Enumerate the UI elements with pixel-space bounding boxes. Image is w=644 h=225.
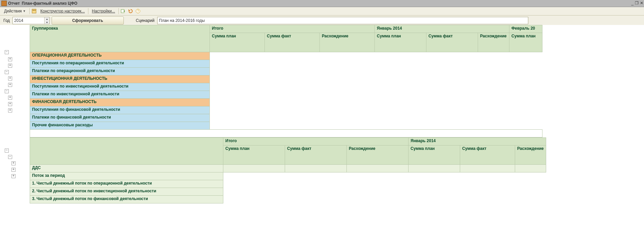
actions-dropdown[interactable]: Действия ▼ [2, 8, 30, 14]
minimize-button[interactable]: _ [631, 1, 634, 5]
toggle-minus-icon[interactable]: − [8, 155, 12, 159]
toggle-plus-icon[interactable]: + [11, 161, 16, 165]
col-jan: Январь 2014 [375, 25, 509, 33]
report-table-dds: Итого Январь 2014 Сумма план Сумма факт … [30, 137, 546, 203]
row-flow[interactable]: Поток за период [30, 172, 223, 180]
svg-rect-1 [33, 10, 34, 11]
toggle-plus-icon[interactable]: + [8, 83, 12, 87]
row-dds[interactable]: ДДС [30, 165, 223, 172]
col-sumplan: Сумма план [409, 146, 460, 165]
settings-button[interactable]: Настройки... [90, 8, 117, 14]
col-sumfact: Сумма факт [265, 33, 320, 52]
col-diff: Расхождение [515, 146, 546, 165]
actions-label: Действия [4, 9, 22, 13]
help-icon[interactable]: ? [135, 8, 141, 14]
tree-gutter: − + + − + + − + + + − − + + + [0, 25, 30, 225]
col-sumplan: Сумма план [509, 33, 542, 52]
col-total: Итого [210, 25, 375, 33]
col-sumplan: Сумма план [210, 33, 265, 52]
close-button[interactable]: ✕ [640, 1, 643, 5]
row-op-out[interactable]: Платежи по операционной деятельности [30, 68, 210, 75]
toggle-plus-icon[interactable]: + [8, 96, 12, 100]
scenario-label: Сценарий [136, 18, 155, 23]
row-inv-in[interactable]: Поступления по инвестиционной деятельнос… [30, 83, 210, 91]
row-op[interactable]: ОПЕРАЦИОННАЯ ДЕЯТЕЛЬНОСТЬ [30, 52, 210, 60]
svg-rect-0 [32, 9, 36, 13]
row-fin-in[interactable]: Поступления по финансовой деятельности [30, 106, 210, 114]
toggle-plus-icon[interactable]: + [8, 64, 12, 68]
row-inv-out[interactable]: Платежи по инвестиционной деятельности [30, 91, 210, 99]
year-value: 2014 [14, 18, 23, 23]
row-fin[interactable]: ФИНАНСОВАЯ ДЕЯТЕЛЬНОСТЬ [30, 99, 210, 106]
col-diff: Расхождение [478, 33, 509, 52]
filter-bar: Год 2014 ▲ ▼ Сформировать Сценарий План … [0, 15, 644, 26]
row-op-in[interactable]: Поступления по операционной деятельности [30, 60, 210, 68]
spin-down-icon[interactable]: ▼ [45, 21, 49, 24]
row-inv[interactable]: ИНВЕСТИЦИОННАЯ ДЕЯТЕЛЬНОСТЬ [30, 75, 210, 83]
scenario-value: План на 2014-2016 годы [159, 18, 205, 23]
toggle-plus-icon[interactable]: + [8, 102, 12, 106]
export-icon[interactable] [120, 8, 126, 14]
row-dds-3[interactable]: 3. Чистый денежный поток по финансовой д… [30, 196, 223, 203]
year-label: Год [3, 18, 10, 23]
col-sumplan: Сумма план [375, 33, 426, 52]
toggle-minus-icon[interactable]: − [5, 89, 9, 93]
window-title: План-фактный анализ ЦФО [22, 1, 78, 6]
row-dds-1[interactable]: 1. Чистый денежный поток по операционной… [30, 180, 223, 188]
row-fin-other[interactable]: Прочие финансовые расходы [30, 122, 210, 130]
col-sumplan: Сумма план [223, 146, 285, 165]
window-titlebar: Отчет План-фактный анализ ЦФО _ ❐ ✕ [0, 0, 644, 7]
app-icon [1, 1, 7, 6]
row-fin-out[interactable]: Платежи по финансовой деятельности [30, 114, 210, 122]
toolbar: Действия ▼ Конструктор настроек... Настр… [0, 7, 644, 15]
toggle-minus-icon[interactable]: − [5, 70, 9, 74]
generate-button[interactable]: Сформировать [52, 17, 123, 25]
report-table-top: Группировка Итого Январь 2014 Февраль 20… [30, 25, 542, 137]
scenario-field[interactable]: План на 2014-2016 годы [157, 17, 528, 24]
col-group: Группировка [30, 25, 210, 52]
report-area: − + + − + + − + + + − − + + + Группировк… [0, 25, 644, 225]
spin-up-icon[interactable]: ▲ [45, 17, 49, 21]
col-sumfact: Сумма факт [460, 146, 515, 165]
year-field[interactable]: 2014 ▲ ▼ [12, 17, 50, 24]
col-sumfact: Сумма факт [426, 33, 478, 52]
col-diff: Расхождение [347, 146, 409, 165]
toggle-minus-icon[interactable]: − [5, 50, 9, 54]
toggle-plus-icon[interactable]: + [11, 174, 16, 178]
svg-text:?: ? [137, 9, 139, 13]
toggle-plus-icon[interactable]: + [11, 168, 16, 172]
toggle-plus-icon[interactable]: + [8, 108, 12, 112]
col-empty [30, 138, 223, 165]
col-sumfact: Сумма факт [285, 146, 347, 165]
restore-button[interactable]: ❐ [635, 1, 639, 5]
window-title-prefix: Отчет [8, 1, 20, 6]
col-total: Итого [223, 138, 409, 146]
toggle-minus-icon[interactable]: − [5, 149, 9, 153]
generate-label: Сформировать [72, 18, 103, 23]
col-jan: Январь 2014 [409, 138, 546, 146]
toggle-plus-icon[interactable]: + [8, 76, 12, 81]
builder-icon[interactable] [31, 8, 37, 14]
col-diff: Расхождение [320, 33, 375, 52]
row-dds-2[interactable]: 2. Чистый денежный поток по инвестиционн… [30, 188, 223, 196]
col-feb: Февраль 20 [509, 25, 542, 33]
refresh-icon[interactable] [128, 8, 134, 14]
chevron-down-icon: ▼ [23, 9, 26, 13]
svg-rect-2 [34, 10, 35, 11]
toggle-plus-icon[interactable]: + [8, 57, 12, 61]
builder-settings-button[interactable]: Конструктор настроек... [38, 8, 87, 14]
